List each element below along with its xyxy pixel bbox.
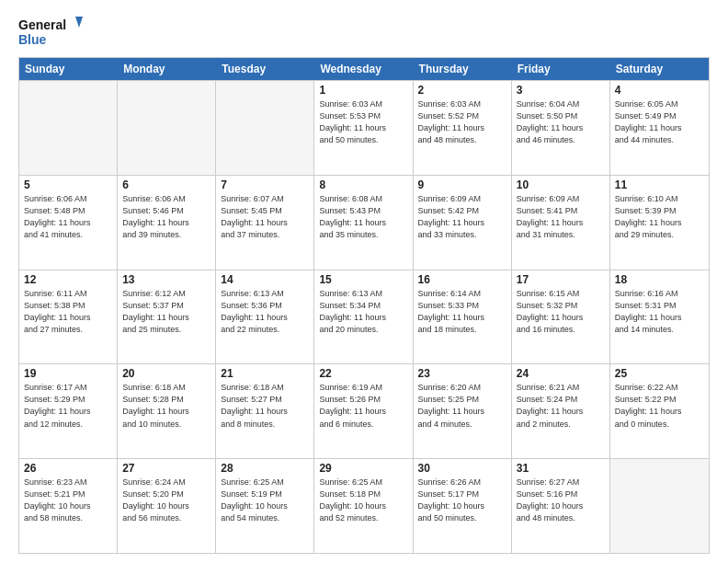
day-number: 7 <box>221 178 309 191</box>
day-cell-21: 21Sunrise: 6:18 AM Sunset: 5:27 PM Dayli… <box>216 364 314 458</box>
day-number: 15 <box>319 273 407 286</box>
header: General Blue <box>18 15 710 50</box>
day-info: Sunrise: 6:12 AM Sunset: 5:37 PM Dayligh… <box>122 288 210 336</box>
day-cell-24: 24Sunrise: 6:21 AM Sunset: 5:24 PM Dayli… <box>512 364 610 458</box>
day-number: 12 <box>24 273 112 286</box>
day-cell-18: 18Sunrise: 6:16 AM Sunset: 5:31 PM Dayli… <box>610 270 709 364</box>
day-cell-19: 19Sunrise: 6:17 AM Sunset: 5:29 PM Dayli… <box>19 364 118 458</box>
calendar-header: SundayMondayTuesdayWednesdayThursdayFrid… <box>19 58 709 80</box>
day-number: 30 <box>418 462 506 475</box>
day-number: 5 <box>24 178 112 191</box>
day-number: 28 <box>221 462 309 475</box>
day-number: 17 <box>517 273 605 286</box>
day-cell-5: 5Sunrise: 6:06 AM Sunset: 5:48 PM Daylig… <box>19 176 118 270</box>
day-cell-12: 12Sunrise: 6:11 AM Sunset: 5:38 PM Dayli… <box>19 270 118 364</box>
day-info: Sunrise: 6:26 AM Sunset: 5:17 PM Dayligh… <box>418 477 506 524</box>
day-number: 3 <box>517 84 605 97</box>
day-number: 16 <box>418 273 506 286</box>
calendar: SundayMondayTuesdayWednesdayThursdayFrid… <box>18 57 710 554</box>
day-info: Sunrise: 6:18 AM Sunset: 5:28 PM Dayligh… <box>122 382 210 430</box>
empty-cell <box>118 81 216 175</box>
day-number: 21 <box>221 367 309 380</box>
day-cell-16: 16Sunrise: 6:14 AM Sunset: 5:33 PM Dayli… <box>414 270 512 364</box>
day-cell-22: 22Sunrise: 6:19 AM Sunset: 5:26 PM Dayli… <box>314 364 413 458</box>
weekday-header-friday: Friday <box>512 58 610 80</box>
page: General Blue SundayMondayTuesdayWednesda… <box>0 0 728 563</box>
day-info: Sunrise: 6:27 AM Sunset: 5:16 PM Dayligh… <box>517 477 605 524</box>
empty-cell <box>216 81 314 175</box>
day-cell-11: 11Sunrise: 6:10 AM Sunset: 5:39 PM Dayli… <box>610 176 709 270</box>
day-number: 29 <box>319 462 407 475</box>
logo: General Blue <box>18 15 83 50</box>
day-cell-29: 29Sunrise: 6:25 AM Sunset: 5:18 PM Dayli… <box>314 459 413 553</box>
day-number: 9 <box>418 178 506 191</box>
weekday-header-thursday: Thursday <box>414 58 512 80</box>
day-info: Sunrise: 6:22 AM Sunset: 5:22 PM Dayligh… <box>615 382 704 430</box>
day-info: Sunrise: 6:04 AM Sunset: 5:50 PM Dayligh… <box>517 98 605 146</box>
day-cell-10: 10Sunrise: 6:09 AM Sunset: 5:41 PM Dayli… <box>512 176 610 270</box>
weekday-header-monday: Monday <box>118 58 216 80</box>
day-info: Sunrise: 6:06 AM Sunset: 5:48 PM Dayligh… <box>24 193 112 241</box>
day-cell-7: 7Sunrise: 6:07 AM Sunset: 5:45 PM Daylig… <box>216 176 314 270</box>
logo-svg: General Blue <box>18 15 83 50</box>
day-info: Sunrise: 6:13 AM Sunset: 5:36 PM Dayligh… <box>221 288 309 336</box>
day-info: Sunrise: 6:10 AM Sunset: 5:39 PM Dayligh… <box>615 193 704 241</box>
day-number: 20 <box>122 367 210 380</box>
day-cell-4: 4Sunrise: 6:05 AM Sunset: 5:49 PM Daylig… <box>610 81 709 175</box>
calendar-row-1: 1Sunrise: 6:03 AM Sunset: 5:53 PM Daylig… <box>19 80 709 175</box>
day-cell-15: 15Sunrise: 6:13 AM Sunset: 5:34 PM Dayli… <box>314 270 413 364</box>
day-info: Sunrise: 6:20 AM Sunset: 5:25 PM Dayligh… <box>418 382 506 430</box>
day-number: 13 <box>122 273 210 286</box>
calendar-body: 1Sunrise: 6:03 AM Sunset: 5:53 PM Daylig… <box>19 80 709 553</box>
day-info: Sunrise: 6:24 AM Sunset: 5:20 PM Dayligh… <box>122 477 210 524</box>
weekday-header-sunday: Sunday <box>19 58 118 80</box>
day-cell-13: 13Sunrise: 6:12 AM Sunset: 5:37 PM Dayli… <box>118 270 216 364</box>
calendar-row-4: 19Sunrise: 6:17 AM Sunset: 5:29 PM Dayli… <box>19 363 709 458</box>
day-info: Sunrise: 6:15 AM Sunset: 5:32 PM Dayligh… <box>517 288 605 336</box>
day-cell-6: 6Sunrise: 6:06 AM Sunset: 5:46 PM Daylig… <box>118 176 216 270</box>
day-number: 8 <box>319 178 407 191</box>
weekday-header-wednesday: Wednesday <box>314 58 413 80</box>
day-number: 24 <box>517 367 605 380</box>
day-info: Sunrise: 6:08 AM Sunset: 5:43 PM Dayligh… <box>319 193 407 241</box>
day-info: Sunrise: 6:06 AM Sunset: 5:46 PM Dayligh… <box>122 193 210 241</box>
day-info: Sunrise: 6:07 AM Sunset: 5:45 PM Dayligh… <box>221 193 309 241</box>
calendar-row-5: 26Sunrise: 6:23 AM Sunset: 5:21 PM Dayli… <box>19 458 709 553</box>
empty-cell <box>610 459 709 553</box>
day-number: 26 <box>24 462 112 475</box>
day-cell-30: 30Sunrise: 6:26 AM Sunset: 5:17 PM Dayli… <box>414 459 512 553</box>
day-cell-1: 1Sunrise: 6:03 AM Sunset: 5:53 PM Daylig… <box>314 81 413 175</box>
day-number: 4 <box>615 84 704 97</box>
day-cell-25: 25Sunrise: 6:22 AM Sunset: 5:22 PM Dayli… <box>610 364 709 458</box>
day-number: 14 <box>221 273 309 286</box>
day-info: Sunrise: 6:03 AM Sunset: 5:53 PM Dayligh… <box>319 98 407 146</box>
day-cell-27: 27Sunrise: 6:24 AM Sunset: 5:20 PM Dayli… <box>118 459 216 553</box>
day-info: Sunrise: 6:17 AM Sunset: 5:29 PM Dayligh… <box>24 382 112 430</box>
day-info: Sunrise: 6:11 AM Sunset: 5:38 PM Dayligh… <box>24 288 112 336</box>
day-info: Sunrise: 6:23 AM Sunset: 5:21 PM Dayligh… <box>24 477 112 524</box>
svg-text:General: General <box>18 17 66 32</box>
day-cell-8: 8Sunrise: 6:08 AM Sunset: 5:43 PM Daylig… <box>314 176 413 270</box>
day-info: Sunrise: 6:03 AM Sunset: 5:52 PM Dayligh… <box>418 98 506 146</box>
day-cell-26: 26Sunrise: 6:23 AM Sunset: 5:21 PM Dayli… <box>19 459 118 553</box>
day-number: 23 <box>418 367 506 380</box>
empty-cell <box>19 81 118 175</box>
weekday-header-tuesday: Tuesday <box>216 58 314 80</box>
day-info: Sunrise: 6:09 AM Sunset: 5:42 PM Dayligh… <box>418 193 506 241</box>
day-number: 10 <box>517 178 605 191</box>
day-number: 31 <box>517 462 605 475</box>
day-number: 2 <box>418 84 506 97</box>
day-info: Sunrise: 6:18 AM Sunset: 5:27 PM Dayligh… <box>221 382 309 430</box>
day-info: Sunrise: 6:21 AM Sunset: 5:24 PM Dayligh… <box>517 382 605 430</box>
day-info: Sunrise: 6:19 AM Sunset: 5:26 PM Dayligh… <box>319 382 407 430</box>
day-cell-3: 3Sunrise: 6:04 AM Sunset: 5:50 PM Daylig… <box>512 81 610 175</box>
day-info: Sunrise: 6:16 AM Sunset: 5:31 PM Dayligh… <box>615 288 704 336</box>
day-number: 11 <box>615 178 704 191</box>
day-number: 22 <box>319 367 407 380</box>
day-cell-20: 20Sunrise: 6:18 AM Sunset: 5:28 PM Dayli… <box>118 364 216 458</box>
day-info: Sunrise: 6:09 AM Sunset: 5:41 PM Dayligh… <box>517 193 605 241</box>
day-cell-17: 17Sunrise: 6:15 AM Sunset: 5:32 PM Dayli… <box>512 270 610 364</box>
day-info: Sunrise: 6:05 AM Sunset: 5:49 PM Dayligh… <box>615 98 704 146</box>
day-number: 18 <box>615 273 704 286</box>
day-cell-31: 31Sunrise: 6:27 AM Sunset: 5:16 PM Dayli… <box>512 459 610 553</box>
